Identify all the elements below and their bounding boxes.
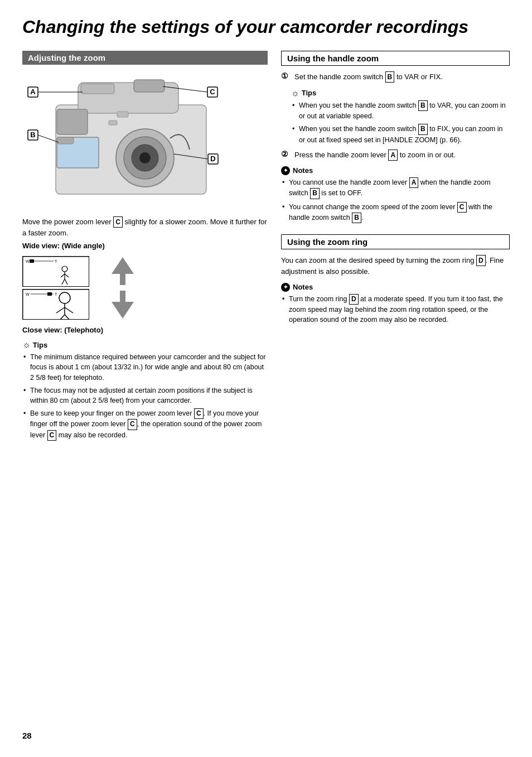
- svg-rect-8: [81, 84, 114, 94]
- notes-list-2: Turn the zoom ring D at a moderate speed…: [281, 294, 510, 325]
- right-tips-list-1: When you set the handle zoom switch B to…: [291, 100, 510, 145]
- step-2: ② Press the handle zoom lever A to zoom …: [281, 150, 510, 161]
- svg-rect-40: [47, 292, 52, 296]
- svg-text:D: D: [210, 155, 215, 163]
- svg-text:B: B: [30, 131, 35, 139]
- page-title: Changing the settings of your camcorder …: [22, 17, 510, 37]
- zoom-ring-notes: ✦ Notes Turn the zoom ring D at a modera…: [281, 283, 510, 325]
- zoom-diagram: W T: [22, 254, 268, 321]
- step-2-text: Press the handle zoom lever A to zoom in…: [294, 150, 456, 161]
- tips-icon-2: ☼: [291, 88, 299, 98]
- list-item: When you set the handle zoom switch B to…: [291, 100, 510, 122]
- zoom-arrows: [95, 254, 151, 321]
- left-tips-list: The minimum distance required between yo…: [22, 352, 268, 441]
- wide-view-box: W T: [22, 256, 89, 287]
- notes-list-1: You cannot use the handle zoom lever A w…: [281, 177, 510, 224]
- list-item: Turn the zoom ring D at a moderate speed…: [281, 294, 510, 325]
- zoom-caption: Move the power zoom lever C slightly for…: [22, 216, 268, 239]
- left-tips-header: ☼ Tips: [22, 340, 268, 350]
- svg-text:C: C: [210, 88, 215, 96]
- svg-rect-11: [109, 120, 117, 125]
- svg-point-4: [139, 152, 151, 163]
- list-item: When you set the handle zoom switch B to…: [291, 124, 510, 145]
- close-view-label: Close view: (Telephoto): [22, 326, 268, 334]
- svg-rect-29: [30, 259, 34, 263]
- list-item: The minimum distance required between yo…: [22, 352, 268, 382]
- left-tips: ☼ Tips The minimum distance required bet…: [22, 340, 268, 441]
- svg-rect-12: [57, 137, 74, 144]
- zoom-ring-header: Using the zoom ring: [281, 234, 510, 249]
- left-column: Adjusting the zoom: [22, 51, 268, 443]
- svg-text:T: T: [55, 259, 57, 263]
- svg-rect-9: [134, 80, 165, 92]
- right-tips-header-1: ☼ Tips: [291, 88, 510, 98]
- wide-view-label: Wide view: (Wide angle): [22, 242, 268, 250]
- list-item: Be sure to keep your finger on the power…: [22, 408, 268, 441]
- notes-icon-1: ✦: [281, 166, 290, 175]
- svg-text:W: W: [26, 292, 30, 296]
- svg-text:T: T: [55, 292, 57, 296]
- notes-icon-2: ✦: [281, 283, 290, 292]
- notes-header-2: ✦ Notes: [281, 283, 510, 292]
- right-column: Using the handle zoom ① Set the handle z…: [281, 51, 510, 443]
- page-number: 28: [22, 731, 32, 740]
- zoom-ring-text: You can zoom at the desired speed by tur…: [281, 255, 510, 277]
- right-tips-1: ☼ Tips When you set the handle zoom swit…: [291, 88, 510, 145]
- svg-rect-6: [57, 109, 88, 134]
- adjusting-zoom-header: Adjusting the zoom: [22, 51, 268, 65]
- handle-zoom-notes: ✦ Notes You cannot use the handle zoom l…: [281, 166, 510, 224]
- tips-icon: ☼: [22, 340, 31, 350]
- step-1: ① Set the handle zoom switch B to VAR or…: [281, 71, 510, 83]
- handle-zoom-section: Using the handle zoom ① Set the handle z…: [281, 51, 510, 224]
- step-1-text: Set the handle zoom switch B to VAR or F…: [294, 71, 443, 83]
- svg-rect-10: [117, 112, 128, 117]
- svg-text:A: A: [30, 88, 36, 96]
- camcorder-diagram: A B C D: [22, 71, 234, 211]
- notes-header-1: ✦ Notes: [281, 166, 510, 175]
- zoom-ring-section: Using the zoom ring You can zoom at the …: [281, 234, 510, 325]
- handle-zoom-header: Using the handle zoom: [281, 51, 510, 66]
- close-view-box: W T: [22, 289, 89, 320]
- list-item: The focus may not be adjusted at certain…: [22, 385, 268, 406]
- list-item: You cannot change the zoom speed of the …: [281, 202, 510, 224]
- svg-text:W: W: [26, 259, 30, 263]
- list-item: You cannot use the handle zoom lever A w…: [281, 177, 510, 199]
